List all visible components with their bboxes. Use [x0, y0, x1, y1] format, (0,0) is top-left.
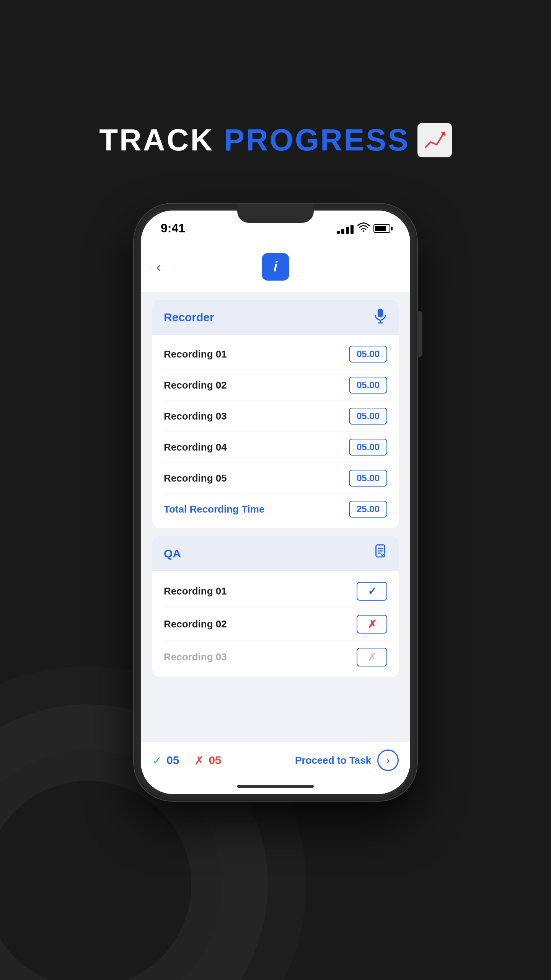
qa-badge-x: ✗ — [357, 615, 387, 634]
total-label: Total Recording Time — [164, 503, 264, 515]
qa-badge-x-muted: ✗ — [357, 648, 387, 666]
row-label: Recording 02 — [164, 379, 227, 391]
phone-outer: 9:41 — [134, 204, 417, 801]
heading-track: TRACK — [99, 123, 224, 157]
recorder-rows: Recording 01 05.00 Recording 02 05.00 Re… — [152, 335, 399, 528]
summary-x-icon: ✗ — [194, 754, 204, 767]
wifi-icon — [357, 222, 370, 235]
heading-area: TRACK PROGRESS — [99, 122, 452, 158]
row-label: Recording 03 — [164, 410, 227, 422]
x-icon-muted: ✗ — [368, 651, 377, 663]
microphone-icon — [373, 308, 387, 327]
row-label: Recording 01 — [164, 585, 227, 597]
summary-check-icon: ✓ — [152, 754, 162, 767]
table-row: Recording 03 ✗ — [164, 641, 387, 673]
summary-x-count: 05 — [209, 754, 221, 767]
table-row: Recording 01 ✓ — [164, 575, 387, 608]
row-value: 05.00 — [349, 470, 387, 487]
recorder-title: Recorder — [164, 311, 214, 324]
info-button[interactable]: i — [262, 253, 289, 281]
recorder-header: Recorder — [152, 300, 399, 335]
row-label: Recording 05 — [164, 472, 227, 484]
heading-text: TRACK PROGRESS — [99, 122, 410, 158]
signal-bar-2 — [341, 229, 344, 234]
chart-icon — [417, 123, 452, 157]
qa-header: QA — [152, 536, 399, 571]
app-content: ‹ i Recorder — [141, 242, 410, 794]
signal-bar-4 — [350, 225, 354, 234]
status-time: 9:41 — [161, 221, 185, 235]
qa-badge-check: ✓ — [357, 582, 387, 601]
summary-check-count: 05 — [166, 754, 179, 767]
qa-title: QA — [164, 547, 181, 560]
total-value: 25.00 — [349, 501, 387, 518]
qa-section: QA Recording 01 — [152, 536, 399, 677]
row-value: 05.00 — [349, 439, 387, 456]
table-row: Recording 02 05.00 — [164, 370, 387, 401]
table-row: Recording 01 05.00 — [164, 339, 387, 370]
row-label: Recording 02 — [164, 618, 227, 630]
svg-rect-3 — [378, 309, 383, 317]
phone-screen: 9:41 — [141, 211, 410, 794]
signal-bar-1 — [337, 231, 340, 234]
signal-bar-3 — [346, 227, 349, 234]
proceed-arrow-icon: › — [377, 750, 399, 771]
home-indicator — [141, 779, 410, 794]
table-row: Recording 03 05.00 — [164, 401, 387, 432]
phone-notch — [237, 204, 314, 223]
battery-icon — [373, 224, 390, 233]
phone-mockup: 9:41 — [134, 204, 417, 801]
summary-bar: ✓ 05 ✗ 05 Proceed to Task › — [141, 742, 410, 779]
qa-rows: Recording 01 ✓ Recording 02 ✗ — [152, 571, 399, 677]
scroll-content: Recorder — [141, 292, 410, 742]
check-icon: ✓ — [368, 585, 377, 598]
row-label: Recording 01 — [164, 348, 227, 360]
top-nav: ‹ i — [141, 242, 410, 292]
heading-progress: PROGRESS — [224, 123, 409, 157]
status-icons — [337, 222, 390, 235]
row-label-muted: Recording 03 — [164, 651, 227, 663]
back-button[interactable]: ‹ — [156, 258, 161, 276]
x-icon: ✗ — [368, 618, 377, 630]
summary-counts: ✓ 05 ✗ 05 — [152, 754, 222, 767]
row-value: 05.00 — [349, 408, 387, 425]
qa-icon — [373, 544, 387, 563]
proceed-label: Proceed to Task — [295, 755, 371, 766]
row-value: 05.00 — [349, 377, 387, 394]
svg-point-2 — [363, 230, 364, 232]
table-row: Recording 05 05.00 — [164, 463, 387, 494]
table-row: Recording 04 05.00 — [164, 432, 387, 463]
battery-fill — [375, 226, 386, 231]
total-row: Total Recording Time 25.00 — [164, 494, 387, 524]
proceed-button[interactable]: Proceed to Task › — [295, 750, 399, 771]
home-bar — [237, 785, 314, 788]
table-row: Recording 02 ✗ — [164, 608, 387, 641]
row-label: Recording 04 — [164, 441, 227, 453]
summary-x-item: ✗ 05 — [194, 754, 221, 767]
row-value: 05.00 — [349, 346, 387, 363]
signal-bars-icon — [337, 223, 354, 234]
summary-check-item: ✓ 05 — [152, 754, 179, 767]
recorder-section: Recorder — [152, 300, 399, 528]
